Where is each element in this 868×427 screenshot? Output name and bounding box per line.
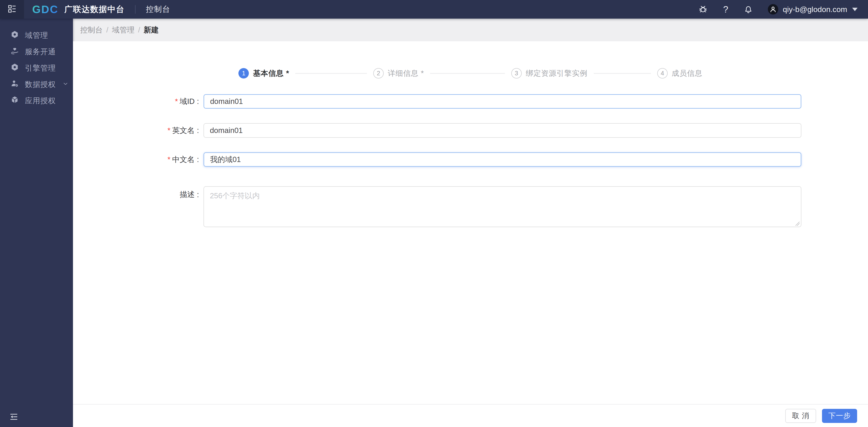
step-label: 绑定资源引擎实例 — [526, 68, 587, 79]
hex-nut-icon — [10, 30, 25, 40]
step-label: 基本信息 — [253, 68, 284, 79]
description-textarea-wrap — [204, 186, 801, 228]
sidebar-item-label: 应用授权 — [25, 96, 56, 106]
field-label: 描述 : — [73, 186, 199, 200]
step-detail-info: 2 详细信息 * — [373, 68, 424, 79]
required-star: * — [167, 126, 170, 135]
content-panel: 1 基本信息 * 2 详细信息 * 3 绑定资源引擎实例 — [73, 41, 868, 427]
domain-id-label: 域ID — [180, 96, 195, 107]
bell-icon[interactable] — [743, 4, 753, 14]
label-colon: : — [197, 155, 199, 164]
bug-report-icon[interactable] — [698, 4, 708, 14]
label-colon: : — [197, 97, 199, 106]
help-icon[interactable]: ? — [721, 4, 731, 14]
step-number: 2 — [373, 68, 384, 79]
user-gear-icon — [10, 79, 25, 90]
breadcrumb-console[interactable]: 控制台 — [80, 25, 103, 35]
hand-heart-icon — [10, 47, 25, 57]
sidebar-item-label: 域管理 — [25, 30, 48, 40]
english-name-label: 英文名 — [172, 125, 195, 136]
description-label: 描述 — [180, 190, 195, 200]
topbar: GDC 广联达数据中台 控制台 ? — [0, 0, 868, 19]
user-email[interactable]: qiy-b@glodon.com — [783, 5, 847, 14]
step-connector — [594, 73, 651, 74]
step-label: 详细信息 — [388, 68, 418, 79]
next-step-button[interactable]: 下一步 — [822, 409, 857, 423]
app-root: GDC 广联达数据中台 控制台 ? — [0, 0, 868, 427]
chinese-name-label: 中文名 — [172, 154, 195, 165]
sidebar-item-service-activation[interactable]: 服务开通 — [0, 44, 73, 60]
sidebar-collapse-button[interactable] — [9, 412, 19, 422]
avatar[interactable] — [768, 4, 778, 15]
domain-id-input[interactable] — [204, 94, 801, 109]
cube-icon — [10, 95, 25, 106]
grid-menu-icon — [7, 4, 17, 15]
description-textarea[interactable] — [204, 186, 801, 227]
breadcrumb: 控制台 / 域管理 / 新建 — [73, 19, 868, 41]
step-required-mark: * — [286, 69, 289, 78]
chevron-down-icon[interactable] — [63, 80, 68, 89]
product-title: 广联达数据中台 — [64, 4, 125, 15]
sidebar-item-label: 引擎管理 — [25, 63, 56, 73]
sidebar-item-label: 数据授权 — [25, 79, 56, 90]
cancel-button[interactable]: 取 消 — [785, 409, 816, 423]
step-member-info: 4 成员信息 — [657, 68, 703, 79]
form-row-domain-id: * 域ID : — [73, 94, 868, 109]
step-basic-info: 1 基本信息 * — [239, 68, 289, 79]
step-bind-engine-instance: 3 绑定资源引擎实例 — [511, 68, 587, 79]
english-name-input[interactable] — [204, 123, 801, 138]
label-colon: : — [197, 126, 199, 135]
step-connector — [295, 73, 367, 74]
step-number: 3 — [511, 68, 522, 79]
field-label: * 域ID : — [73, 96, 199, 107]
gdc-logo: GDC — [32, 3, 59, 16]
wizard-footer: 取 消 下一步 — [73, 404, 868, 427]
sidebar-item-label: 服务开通 — [25, 47, 56, 57]
breadcrumb-current-new: 新建 — [144, 25, 159, 35]
sidebar-item-data-authorization[interactable]: 数据授权 — [0, 76, 73, 92]
caret-down-icon[interactable] — [852, 8, 858, 11]
sidebar-item-app-authorization[interactable]: 应用授权 — [0, 92, 73, 109]
topbar-right: ? qiy-b@glodon.com — [685, 4, 868, 15]
breadcrumb-domain-management[interactable]: 域管理 — [112, 25, 134, 35]
step-required-mark: * — [421, 69, 424, 78]
topbar-divider — [135, 5, 135, 13]
sidebar: 域管理 服务开通 引擎管理 — [0, 19, 73, 427]
breadcrumb-separator: / — [106, 26, 108, 34]
hex-nut-icon — [10, 63, 25, 73]
form-row-description: 描述 : — [73, 186, 868, 228]
step-number: 1 — [239, 68, 249, 79]
field-label: * 中文名 : — [73, 154, 199, 165]
new-domain-form: * 域ID : * 英文名 : — [73, 94, 868, 228]
label-colon: : — [197, 190, 199, 199]
breadcrumb-separator: / — [138, 26, 140, 34]
topbar-console-link[interactable]: 控制台 — [146, 4, 170, 15]
required-star: * — [167, 155, 170, 164]
body-row: 域管理 服务开通 引擎管理 — [0, 19, 868, 427]
step-label: 成员信息 — [672, 68, 703, 79]
step-connector — [430, 73, 505, 74]
step-number: 4 — [657, 68, 668, 79]
form-row-chinese-name: * 中文名 : — [73, 152, 868, 167]
chinese-name-input[interactable] — [204, 152, 801, 167]
wizard-stepper: 1 基本信息 * 2 详细信息 * 3 绑定资源引擎实例 — [73, 68, 868, 79]
required-star: * — [175, 97, 178, 106]
main-area: 控制台 / 域管理 / 新建 1 基本信息 * 2 详细信息 — [73, 19, 868, 427]
field-label: * 英文名 : — [73, 125, 199, 136]
help-glyph: ? — [723, 4, 728, 15]
form-row-english-name: * 英文名 : — [73, 123, 868, 138]
app-menu-button[interactable] — [0, 0, 24, 19]
sidebar-item-engine-management[interactable]: 引擎管理 — [0, 60, 73, 76]
sidebar-item-domain-management[interactable]: 域管理 — [0, 27, 73, 44]
